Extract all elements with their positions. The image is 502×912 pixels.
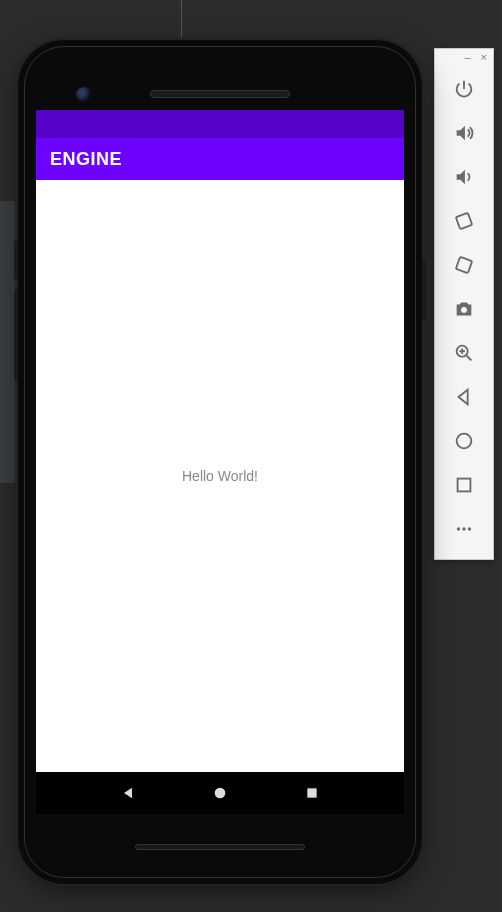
svg-point-9 <box>457 527 460 530</box>
app-title: ENGINE <box>50 149 122 170</box>
more-button[interactable] <box>442 507 486 551</box>
svg-rect-1 <box>456 257 472 273</box>
volume-up-button[interactable] <box>442 111 486 155</box>
svg-point-10 <box>462 527 465 530</box>
svg-line-4 <box>467 356 472 361</box>
volume-down-icon <box>453 166 475 188</box>
zoom-button[interactable] <box>442 331 486 375</box>
overview-icon <box>453 474 475 496</box>
svg-point-12 <box>215 788 226 799</box>
device-frame: ENGINE Hello World! <box>18 40 422 884</box>
front-camera <box>76 87 92 103</box>
emulator-home-button[interactable] <box>442 419 486 463</box>
emulator-toolbar: – × <box>434 48 494 560</box>
app-content: Hello World! <box>36 180 404 772</box>
hello-text: Hello World! <box>182 468 258 484</box>
app-bar: ENGINE <box>36 138 404 180</box>
svg-point-7 <box>457 434 472 449</box>
nav-home-button[interactable] <box>211 784 229 802</box>
minimize-button[interactable]: – <box>464 52 470 67</box>
toolbar-window-controls: – × <box>435 49 493 67</box>
home-icon <box>453 430 475 452</box>
device-vol-down-key <box>14 290 18 380</box>
more-icon <box>453 518 475 540</box>
close-button[interactable]: × <box>481 52 487 67</box>
emulator-back-button[interactable] <box>442 375 486 419</box>
camera-icon <box>453 298 475 320</box>
screenshot-button[interactable] <box>442 287 486 331</box>
nav-recent-icon <box>305 786 319 800</box>
rotate-right-button[interactable] <box>442 243 486 287</box>
volume-down-button[interactable] <box>442 155 486 199</box>
device-power-key <box>422 260 426 320</box>
emulator-overview-button[interactable] <box>442 463 486 507</box>
power-button[interactable] <box>442 67 486 111</box>
volume-up-icon <box>453 122 475 144</box>
svg-rect-0 <box>456 213 472 229</box>
rotate-left-icon <box>453 210 475 232</box>
ide-left-panel <box>0 201 15 483</box>
ide-ruler <box>181 0 182 40</box>
svg-point-2 <box>461 307 467 313</box>
rotate-left-button[interactable] <box>442 199 486 243</box>
device-screen: ENGINE Hello World! <box>36 110 404 814</box>
zoom-icon <box>453 342 475 364</box>
system-nav-bar <box>36 772 404 814</box>
svg-rect-13 <box>307 788 316 797</box>
svg-point-11 <box>468 527 471 530</box>
nav-back-button[interactable] <box>119 784 137 802</box>
back-icon <box>453 386 475 408</box>
status-bar <box>36 110 404 138</box>
nav-recent-button[interactable] <box>303 784 321 802</box>
power-icon <box>453 78 475 100</box>
earpiece-speaker <box>150 90 290 98</box>
nav-back-icon <box>120 785 136 801</box>
nav-home-icon <box>212 785 228 801</box>
svg-rect-8 <box>458 479 471 492</box>
device-vol-up-key <box>14 240 18 280</box>
rotate-right-icon <box>453 254 475 276</box>
bottom-speaker <box>135 844 305 850</box>
